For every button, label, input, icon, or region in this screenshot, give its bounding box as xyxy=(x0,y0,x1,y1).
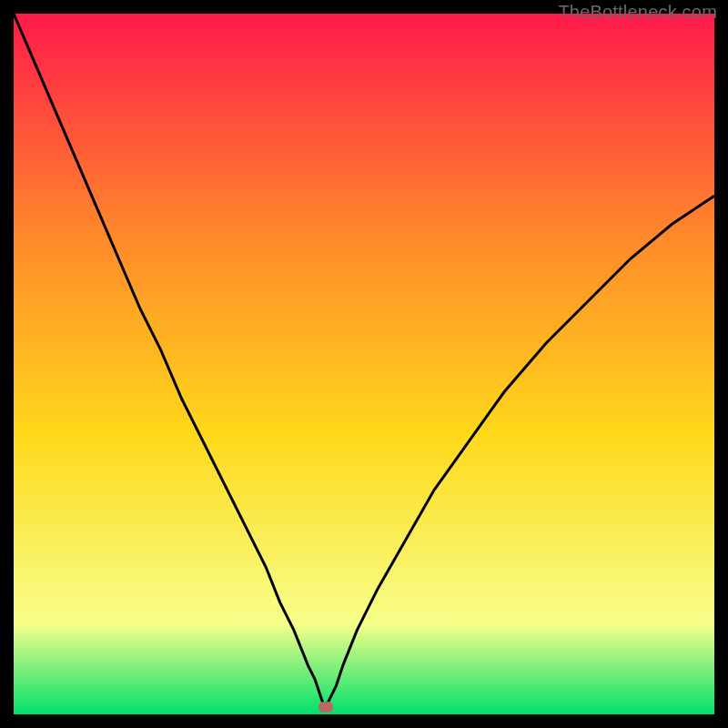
curve-path xyxy=(14,14,714,707)
minimum-marker xyxy=(318,702,333,713)
bottleneck-curve xyxy=(14,14,714,714)
chart-container: TheBottleneck.com xyxy=(0,0,728,728)
plot-area xyxy=(14,14,714,714)
watermark-text: TheBottleneck.com xyxy=(558,2,717,23)
